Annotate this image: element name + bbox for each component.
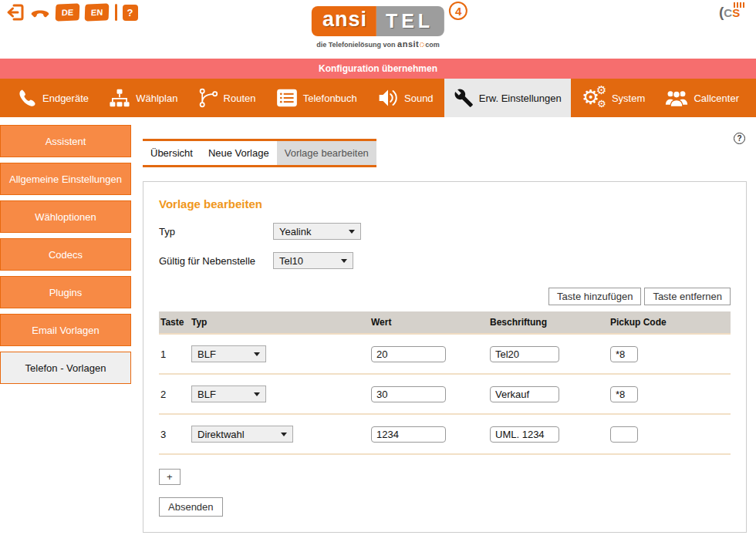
pickup-input-row-2[interactable] — [610, 386, 638, 402]
chevron-down-icon — [341, 259, 347, 263]
pickup-input-row-3[interactable] — [610, 426, 638, 443]
version-badge: 4 — [449, 2, 467, 20]
table-actions: Taste hinzufügen Taste entfernen — [159, 288, 731, 305]
col-header-beschriftung: Beschriftung — [488, 311, 609, 334]
language-en-button[interactable]: EN — [85, 3, 110, 21]
sidebar-item-assistent[interactable]: Assistent — [0, 125, 131, 157]
beschriftung-input-row-1[interactable] — [490, 346, 559, 362]
cs-letter-c: C — [724, 6, 732, 19]
nav-item-telefonbuch[interactable]: Telefonbuch — [267, 79, 366, 117]
nav-item-label: System — [612, 93, 645, 104]
nav-item-erw-einstellungen[interactable]: Erw. Einstellungen — [444, 79, 571, 117]
chevron-down-icon — [281, 433, 287, 436]
nebenstelle-select-value: Tel10 — [279, 255, 303, 267]
table-row: 3 Direktwahl — [159, 414, 731, 454]
speaker-icon — [377, 88, 399, 108]
nebenstelle-select[interactable]: Tel10 — [273, 252, 353, 269]
people-icon — [665, 88, 688, 108]
manual-help-button[interactable]: ? — [123, 5, 138, 21]
logo-ansi: ansi — [312, 6, 376, 36]
language-de-button[interactable]: DE — [56, 3, 80, 21]
wrench-icon — [454, 88, 474, 108]
sidebar-item-waehloptionen[interactable]: Wähloptionen — [0, 200, 131, 233]
typ-label: Typ — [159, 226, 273, 237]
nav-item-label: Endgeräte — [42, 93, 89, 104]
phone-handset-icon — [17, 88, 37, 108]
wert-input-row-3[interactable] — [371, 426, 446, 443]
sidebar-item-email-vorlagen[interactable]: Email Vorlagen — [0, 314, 131, 346]
typ-select[interactable]: Yealink — [273, 223, 361, 240]
list-book-icon — [276, 89, 298, 107]
sitemap-icon — [109, 88, 130, 108]
chevron-down-icon — [254, 352, 260, 356]
apply-configuration-button[interactable]: Konfiguration übernehmen — [0, 59, 756, 79]
logo-tagline: die Telefonielösung von ansitcom — [312, 39, 444, 49]
tagline-suffix: com — [425, 41, 440, 49]
form-row-typ: Typ Yealink — [159, 223, 731, 240]
page-help-icon[interactable]: ? — [734, 133, 745, 144]
nav-item-routen[interactable]: Routen — [189, 79, 265, 117]
nav-item-label: Routen — [224, 93, 256, 104]
hangup-phone-icon[interactable] — [30, 4, 50, 21]
nav-item-system[interactable]: ⚙ ⚙ ⚙ System — [572, 79, 654, 117]
sidebar-item-codecs[interactable]: Codecs — [0, 238, 131, 271]
cs-letter-s: S — [732, 6, 740, 19]
chevron-down-icon — [349, 230, 355, 234]
nav-item-endgeraete[interactable]: Endgeräte — [8, 79, 98, 117]
typ-select-row-1-value: BLF — [197, 348, 216, 360]
tab-uebersicht[interactable]: Übersicht — [143, 141, 201, 165]
cs-logo: (CS — [719, 2, 747, 25]
nav-item-label: Erw. Einstellungen — [479, 93, 562, 104]
typ-select-row-1[interactable]: BLF — [191, 345, 266, 362]
col-header-taste: Taste — [159, 311, 190, 334]
typ-select-row-3[interactable]: Direktwahl — [191, 426, 293, 443]
typ-select-row-2-value: BLF — [197, 389, 216, 400]
add-key-button[interactable]: Taste hinzufügen — [548, 288, 641, 305]
table-row: 1 BLF — [159, 334, 731, 374]
sidebar: Assistent Allgemeine Einstellungen Wählo… — [0, 125, 131, 389]
nav-item-label: Callcenter — [694, 93, 739, 104]
wert-input-row-2[interactable] — [371, 386, 446, 402]
col-header-pickup-code: Pickup Code — [609, 311, 731, 334]
tagline-prefix: die Telefonielösung von — [316, 41, 395, 49]
taste-number: 3 — [159, 414, 190, 454]
main-nav: Endgeräte Wählplan Routen — [0, 79, 756, 117]
tagline-dot-icon — [420, 42, 424, 47]
keys-table: Taste Typ Wert Beschriftung Pickup Code … — [159, 311, 731, 455]
col-header-typ: Typ — [190, 311, 370, 334]
submit-button[interactable]: Absenden — [159, 497, 223, 517]
app-logo: ansi TEL 4 die Telefonielösung von ansit… — [312, 6, 444, 49]
header-toolbar: DE EN ? — [6, 4, 138, 21]
chevron-down-icon — [254, 392, 260, 396]
add-row-button[interactable]: + — [159, 469, 181, 485]
nav-item-callcenter[interactable]: Callcenter — [656, 79, 748, 117]
tab-vorlage-bearbeiten[interactable]: Vorlage bearbeiten — [277, 141, 376, 165]
main-area: ? Übersicht Neue Vorlage Vorlage bearbei… — [143, 117, 747, 533]
nav-item-waehlplan[interactable]: Wählplan — [100, 79, 187, 117]
col-header-wert: Wert — [370, 311, 488, 334]
route-branch-icon — [198, 87, 218, 109]
typ-select-value: Yealink — [279, 226, 311, 237]
content-panel: Vorlage bearbeiten Typ Yealink Gültig fü… — [143, 181, 747, 533]
logout-button[interactable] — [6, 4, 25, 21]
nav-item-label: Telefonbuch — [303, 93, 357, 104]
sidebar-item-allgemeine-einstellungen[interactable]: Allgemeine Einstellungen — [0, 163, 131, 195]
page-title: Vorlage bearbeiten — [159, 197, 731, 210]
beschriftung-input-row-2[interactable] — [490, 386, 559, 402]
tab-neue-vorlage[interactable]: Neue Vorlage — [201, 141, 277, 165]
tabs-strip: Übersicht Neue Vorlage Vorlage bearbeite… — [143, 139, 376, 167]
sidebar-item-plugins[interactable]: Plugins — [0, 276, 131, 308]
form-row-nebenstelle: Gültig für Nebenstelle Tel10 — [159, 252, 731, 269]
pickup-input-row-1[interactable] — [610, 346, 638, 362]
tagline-brand: ansit — [397, 39, 419, 49]
taste-number: 1 — [159, 334, 190, 374]
table-header-row: Taste Typ Wert Beschriftung Pickup Code — [159, 311, 731, 334]
remove-key-button[interactable]: Taste entfernen — [644, 288, 731, 305]
typ-select-row-3-value: Direktwahl — [197, 429, 245, 440]
nav-item-label: Sound — [404, 93, 434, 104]
nav-item-sound[interactable]: Sound — [368, 79, 443, 117]
sidebar-item-telefon-vorlagen[interactable]: Telefon - Vorlagen — [0, 352, 131, 384]
beschriftung-input-row-3[interactable] — [490, 426, 559, 443]
wert-input-row-1[interactable] — [371, 346, 446, 362]
typ-select-row-2[interactable]: BLF — [191, 385, 266, 402]
